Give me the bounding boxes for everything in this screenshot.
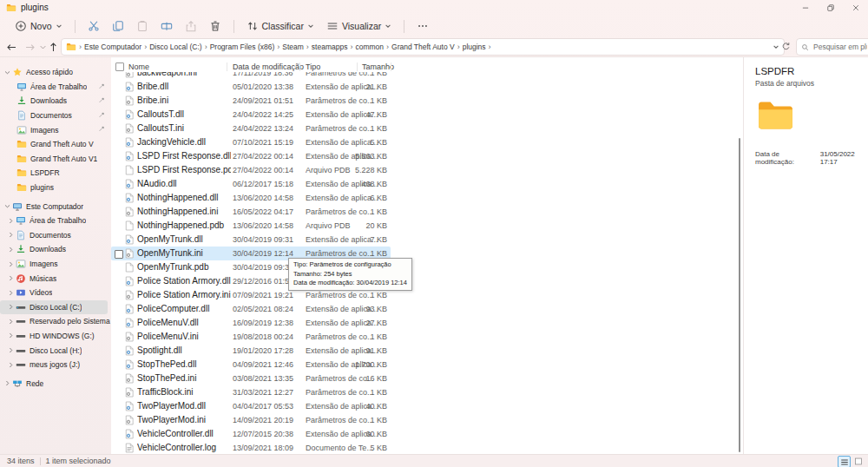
expander[interactable]	[5, 359, 16, 370]
file-row[interactable]: TwoPlayerMod.ini14/09/2021 20:19Parâmetr…	[111, 413, 391, 427]
sidebar-item-m-sicas[interactable]: Músicas	[0, 271, 111, 286]
details-view-button[interactable]	[838, 456, 851, 467]
column-header-type[interactable]: Tipo	[306, 61, 320, 73]
refresh-button[interactable]	[779, 39, 793, 54]
sidebar-item-downloads[interactable]: Downloads	[0, 242, 111, 257]
sidebar-item-meus-jogos-j-[interactable]: meus jogos (J:)	[0, 358, 111, 372]
sidebar-item-disco-local-c-[interactable]: Disco Local (C:)	[0, 300, 108, 315]
pin-button[interactable]	[98, 96, 106, 104]
expander[interactable]	[5, 215, 16, 226]
sidebar-item-grand-theft-auto-v1[interactable]: Grand Theft Auto V1	[0, 152, 111, 167]
expander[interactable]	[2, 201, 12, 212]
select-all-checkbox[interactable]	[115, 62, 124, 71]
rename-button[interactable]	[155, 16, 179, 36]
sidebar-item-plugins[interactable]: plugins	[0, 181, 111, 195]
cut-button[interactable]	[82, 16, 106, 36]
column-header-size[interactable]: Tamanho	[362, 61, 394, 73]
expander[interactable]	[5, 287, 16, 298]
sidebar-item-downloads[interactable]: Downloads	[0, 94, 111, 109]
minimize-button[interactable]	[792, 0, 818, 15]
file-row[interactable]: Bribe.dll05/01/2020 13:38Extensão de apl…	[111, 80, 391, 94]
delete-button[interactable]	[203, 16, 227, 36]
sidebar-section-quick-access[interactable]: Acesso rápido	[0, 65, 111, 80]
maximize-button[interactable]	[818, 0, 843, 15]
close-button[interactable]	[843, 0, 868, 15]
share-button[interactable]	[179, 16, 203, 36]
sidebar-item-lspdfr[interactable]: LSPDFR	[0, 166, 111, 181]
sort-button[interactable]: Classificar	[240, 16, 320, 36]
back-button[interactable]	[3, 39, 19, 55]
file-row[interactable]: Spotlight.dll19/01/2020 17:28Extensão de…	[111, 344, 391, 358]
sidebar-item-documentos[interactable]: Documentos	[0, 228, 111, 243]
expander[interactable]	[2, 67, 12, 77]
address-bar[interactable]: ›Este Computador›Disco Local (C:)›Progra…	[61, 38, 785, 56]
sidebar-item-hd-windows-g-[interactable]: HD WINDOWS (G:)	[0, 329, 111, 344]
expander[interactable]	[2, 378, 12, 389]
vertical-scrollbar[interactable]	[739, 138, 740, 452]
expander[interactable]	[5, 345, 16, 356]
expander[interactable]	[5, 316, 16, 326]
more-options-button[interactable]	[411, 16, 435, 36]
file-row[interactable]: NAudio.dll06/12/2017 15:18Extensão de ap…	[111, 177, 391, 191]
file-row[interactable]: PoliceMenuV.ini19/08/2018 00:24Parâmetro…	[111, 330, 391, 344]
search-input[interactable]	[812, 42, 868, 52]
row-checkbox[interactable]	[115, 250, 123, 259]
file-row[interactable]: LSPD First Response.pdb27/04/2022 00:14A…	[111, 163, 391, 177]
breadcrumb-item[interactable]: Steam	[282, 43, 304, 51]
up-button[interactable]	[45, 39, 61, 55]
file-row[interactable]: NothingHappened.pdb13/06/2020 14:58Arqui…	[111, 219, 391, 233]
view-button[interactable]: Visualizar	[320, 16, 398, 36]
breadcrumb-item[interactable]: Disco Local (C:)	[149, 43, 201, 51]
column-header-name[interactable]: Nome	[128, 61, 149, 73]
file-row[interactable]: PoliceMenuV.dll16/09/2019 12:38Extensão …	[111, 316, 391, 330]
sidebar-item--rea-de-trabalho[interactable]: Área de Trabalho	[0, 214, 111, 228]
file-row[interactable]: Bribe.ini24/09/2021 01:51Parâmetros de c…	[111, 94, 391, 108]
sidebar-item-disco-local-h-[interactable]: Disco Local (H:)	[0, 343, 111, 358]
breadcrumb-item[interactable]: Grand Theft Auto V	[391, 43, 455, 51]
sidebar-section-network[interactable]: Rede	[0, 376, 111, 391]
expander[interactable]	[5, 273, 16, 284]
file-row[interactable]: OpenMyTrunk.dll30/04/2019 09:31Extensão …	[111, 233, 391, 247]
column-header-date[interactable]: Data de modificação	[233, 61, 304, 73]
file-row[interactable]: LSPD First Response.dll27/04/2022 00:14E…	[111, 149, 391, 163]
file-row[interactable]: CalloutsT.dll24/04/2022 14:25Extensão de…	[111, 108, 391, 122]
breadcrumb-item[interactable]: plugins	[463, 43, 486, 51]
file-row[interactable]: StopThePed.dll04/09/2021 12:46Extensão d…	[111, 358, 391, 372]
copy-button[interactable]	[106, 16, 130, 36]
sidebar-item-v-deos[interactable]: Vídeos	[0, 286, 111, 300]
file-row[interactable]: TrafficBlock.ini31/03/2021 12:27Parâmetr…	[111, 385, 391, 399]
pin-button[interactable]	[98, 125, 106, 133]
sidebar-item--rea-de-trabalho[interactable]: Área de Trabalho	[0, 80, 111, 95]
file-row[interactable]: NothingHappened.ini16/05/2022 04:17Parâm…	[111, 205, 391, 219]
file-row[interactable]: StopThePed.ini03/08/2021 13:35Parâmetros…	[111, 372, 391, 385]
sidebar-item-documentos[interactable]: Documentos	[0, 109, 111, 123]
file-row[interactable]: VehicleController.dll12/07/2015 20:38Ext…	[111, 427, 391, 441]
breadcrumb-item[interactable]: Este Computador	[84, 43, 141, 51]
sidebar-item-imagens[interactable]: Imagens	[0, 122, 111, 137]
expander[interactable]	[5, 230, 16, 240]
file-row[interactable]: PoliceComputer.dll02/05/2021 08:24Extens…	[111, 302, 391, 316]
sidebar-item-reservado-pelo-sistema-d-[interactable]: Reservado pelo Sistema (D:)	[0, 314, 111, 329]
file-row[interactable]: VehicleController.log13/09/2021 18:09Doc…	[111, 441, 391, 455]
file-row[interactable]: JackingVehicle.dll07/10/2021 15:19Extens…	[111, 135, 391, 149]
expander[interactable]	[5, 302, 16, 312]
paste-button[interactable]	[130, 16, 155, 36]
breadcrumb-item[interactable]: common	[355, 43, 384, 51]
sidebar-item-imagens[interactable]: Imagens	[0, 257, 111, 272]
sidebar-section-this-pc[interactable]: Este Computador	[0, 199, 111, 214]
expander[interactable]	[5, 244, 16, 254]
expander[interactable]	[5, 259, 16, 269]
sidebar-item-grand-theft-auto-v[interactable]: Grand Theft Auto V	[0, 137, 111, 152]
pin-button[interactable]	[98, 111, 106, 119]
pin-button[interactable]	[98, 82, 106, 90]
large-icons-view-button[interactable]	[852, 456, 864, 466]
file-row[interactable]: TwoPlayerMod.dll04/04/2017 05:53Extensão…	[111, 399, 391, 413]
breadcrumb-item[interactable]: Program Files (x86)	[210, 43, 275, 51]
new-button[interactable]: Novo	[9, 16, 69, 36]
file-row[interactable]: backweapon.ini17/11/2019 18:36Parâmetros…	[111, 72, 391, 80]
expander[interactable]	[5, 331, 16, 341]
file-row[interactable]: CalloutsT.ini24/04/2022 13:24Parâmetros …	[111, 122, 391, 135]
search-box[interactable]	[796, 38, 868, 56]
file-row[interactable]: NothingHappened.dll13/06/2020 14:58Exten…	[111, 191, 391, 205]
breadcrumb-item[interactable]: steamapps	[312, 43, 348, 51]
